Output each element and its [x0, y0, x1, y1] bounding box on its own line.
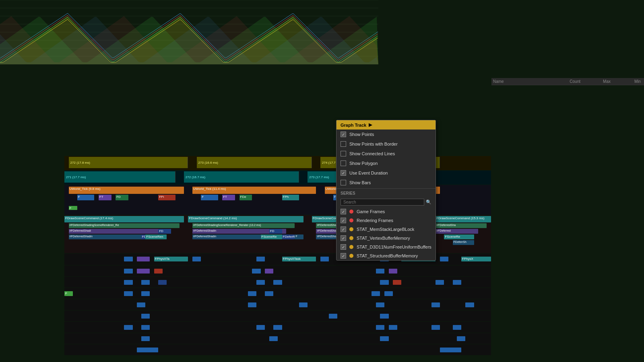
series-item[interactable]: ✓ STAT_StructuredBufferMemory [336, 251, 436, 260]
series-checkbox: ✓ [341, 244, 346, 250]
rt-sub-1a: #FDeferredShadingSceneRenderer_Render (1… [192, 223, 295, 228]
task-33-content [64, 333, 491, 344]
gt-sub-0d: FPi [158, 195, 175, 200]
cm-option-item[interactable]: Show Bars [336, 178, 436, 187]
t32-d [273, 325, 282, 330]
t33-a [141, 336, 150, 341]
gf-bar-1: 273 (16.6 ms) [197, 157, 312, 168]
rt-sub-1f: FDeferRe [282, 234, 295, 239]
rt-task-1: FDrawSceneCommand (14.2 ms) [188, 216, 303, 222]
t32-e [376, 325, 384, 330]
series-list: ✓ Game Frames ✓ Rendering Frames ✓ STAT_… [336, 207, 436, 260]
task-31-content [64, 311, 491, 321]
cm-option-item[interactable]: ✓ Show Points [336, 130, 436, 139]
cm-separator-1 [336, 188, 436, 189]
gt-task-1: UWorld_Tick (11.4 ms) [192, 187, 316, 194]
t26-e [256, 257, 265, 261]
t33-d [457, 336, 465, 341]
task-34-content [64, 344, 491, 355]
task-28-content [64, 277, 491, 288]
cm-title-arrow: ▶ [369, 122, 372, 128]
series-search-area: 🔍 [336, 197, 436, 207]
rt-sub-3d: FDeferrSh [453, 240, 474, 245]
series-name: Game Frames [357, 209, 385, 214]
t26-a [124, 257, 132, 261]
rt-sub-3a: #FDeferredSha [436, 223, 487, 228]
rt-sub-0a: #FDeferredShadingSceneRenderer_Re [69, 223, 180, 228]
t28-c [158, 280, 167, 285]
t34-a [137, 348, 158, 352]
series-checkbox: ✓ [341, 218, 346, 223]
series-name: STAT_D3D11NumFreeUniformBuffers [357, 245, 431, 249]
t31-c [380, 314, 388, 319]
t29-f [372, 291, 380, 296]
cm-option-label: Show Polygon [349, 161, 378, 166]
t31-a [141, 314, 150, 319]
t26-j [440, 257, 448, 261]
series-item[interactable]: ✓ STAT_D3D11NumFreeUniformBuffers [336, 243, 436, 251]
task-thread-32: TaskGraphThreadHP 32 [0, 322, 491, 333]
cm-option-label: Show Connected Lines [349, 151, 395, 156]
series-name: Rendering Frames [357, 218, 393, 223]
t30-e [431, 302, 440, 307]
t29-g [384, 291, 393, 296]
gt-sub-1a: F [201, 195, 218, 200]
gt-sub-0a: F [77, 195, 94, 200]
rf-label-2: 273 (17.7 ms) [309, 175, 329, 179]
t30-d [376, 302, 384, 307]
t27-d [252, 269, 260, 274]
gt-task-0: UWorld_Tick (9.8 ms) [69, 187, 184, 194]
col-name-header: Name [493, 79, 560, 84]
t26-g [320, 257, 329, 261]
t26-b [137, 257, 150, 261]
task-thread-34: TaskGraphThreadHP 34 [0, 344, 491, 356]
series-name: STAT_MemStackLargeBLock [357, 227, 414, 232]
series-color-dot [349, 218, 353, 222]
task-thread-33: TaskGraphThreadHP 33 [0, 333, 491, 344]
series-color-dot [349, 227, 353, 231]
t28-b [141, 280, 150, 285]
t33-c [380, 336, 388, 341]
rf-label-1: 272 (16.7 ms) [186, 175, 205, 179]
t27-b [137, 269, 150, 274]
t32-a [124, 325, 132, 330]
cm-option-item[interactable]: Show Polygon [336, 158, 436, 168]
rf-bar-0: 271 (17.7 ms) [64, 171, 175, 183]
t30-b [248, 302, 256, 307]
gf-label-0: 272 (17.8 ms) [70, 161, 90, 165]
task-thread-29: TaskGraphThreadHP 29 F [0, 288, 491, 299]
task-thread-31: TaskGraphThreadHP 31 [0, 311, 491, 322]
col-min-header: Min [612, 79, 642, 84]
t33-b [269, 336, 278, 341]
series-item[interactable]: ✓ Game Frames [336, 207, 436, 216]
t32-c [256, 325, 265, 330]
rt-sub-0c: FD [158, 229, 171, 234]
series-item[interactable]: ✓ STAT_VertexBufferMemory [336, 234, 436, 243]
cm-checkbox [341, 180, 346, 185]
context-menu-title: Graph Track ▶ [336, 120, 436, 130]
t32-f [389, 325, 397, 330]
gt-sub-0c: FD [116, 195, 128, 200]
rt-task-0: FDrawSceneCommand (17.4 ms) [64, 216, 184, 222]
series-item[interactable]: ✓ STAT_MemStackLargeBLock [336, 225, 436, 234]
stats-header: Name Count Max Min [491, 78, 644, 85]
t29-d [248, 291, 256, 296]
series-search-input[interactable] [341, 199, 424, 206]
gt-sub-1d: FPh [282, 195, 299, 200]
series-checkbox: ✓ [341, 235, 346, 241]
cm-option-item[interactable]: Show Points with Border [336, 139, 436, 149]
cm-option-item[interactable]: ✓ Use Event Duration [336, 168, 436, 178]
t28-d [256, 280, 265, 285]
series-item[interactable]: ✓ Rendering Frames [336, 216, 436, 225]
series-name: STAT_StructuredBufferMemory [357, 253, 418, 258]
cm-option-item[interactable]: Show Connected Lines [336, 149, 436, 158]
t28-f [380, 280, 388, 285]
rt-task-3: FDrawSceneCommand (15.3 ms) [436, 216, 491, 222]
t26-f: FPhysXTask [282, 257, 316, 261]
col-count-header: Count [560, 79, 582, 84]
context-menu: Graph Track ▶ ✓ Show Points Show Points … [336, 120, 436, 261]
gt-sub-1c: FDe [239, 195, 252, 200]
t28-e [273, 280, 282, 285]
t29-a: F [64, 291, 73, 296]
rt-sub-1e: FSceneRe [261, 234, 282, 239]
